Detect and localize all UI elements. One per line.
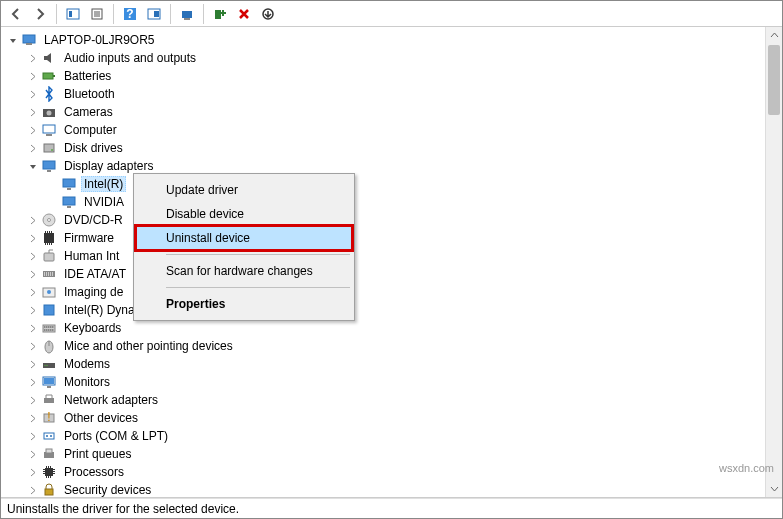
svg-point-65 — [44, 365, 45, 366]
tree-item-monitors[interactable]: Monitors — [7, 373, 765, 391]
uninstall-button[interactable] — [233, 3, 255, 25]
svg-rect-44 — [46, 272, 47, 276]
tree-item-dvd-cd-r[interactable]: DVD/CD-R — [7, 211, 765, 229]
chevron-right-icon[interactable] — [27, 322, 39, 334]
update-driver-button[interactable] — [257, 3, 279, 25]
tree-item-modems[interactable]: Modems — [7, 355, 765, 373]
menu-item-update-driver[interactable]: Update driver — [136, 178, 352, 202]
forward-button[interactable] — [29, 3, 51, 25]
tree-item-imaging-de[interactable]: Imaging de — [7, 283, 765, 301]
chevron-down-icon[interactable] — [27, 160, 39, 172]
scan-hardware-button[interactable] — [176, 3, 198, 25]
device-tree[interactable]: LAPTOP-0LJR9OR5Audio inputs and outputsB… — [1, 27, 765, 497]
svg-rect-40 — [51, 243, 52, 245]
tree-item-network-adapters[interactable]: Network adapters — [7, 391, 765, 409]
tree-item-ide-ata-at[interactable]: IDE ATA/AT — [7, 265, 765, 283]
tree-item-human-int[interactable]: Human Int — [7, 247, 765, 265]
scrollbar-thumb[interactable] — [768, 45, 780, 115]
svg-rect-58 — [46, 329, 48, 331]
svg-rect-85 — [43, 471, 45, 472]
chevron-right-icon[interactable] — [27, 124, 39, 136]
tree-item-computer[interactable]: Computer — [7, 121, 765, 139]
menu-item-scan-for-hardware-changes[interactable]: Scan for hardware changes — [136, 259, 352, 283]
tree-item-mice-and-other-pointing-devices[interactable]: Mice and other pointing devices — [7, 337, 765, 355]
svg-rect-54 — [48, 326, 50, 328]
menu-item-uninstall-device[interactable]: Uninstall device — [136, 226, 352, 250]
svg-rect-28 — [63, 197, 75, 205]
svg-rect-50 — [44, 305, 54, 315]
tree-item-processors[interactable]: Processors — [7, 463, 765, 481]
mouse-icon — [41, 338, 57, 354]
menu-item-label: Scan for hardware changes — [166, 264, 313, 278]
svg-point-75 — [50, 435, 52, 437]
properties-button[interactable] — [86, 3, 108, 25]
help-button[interactable]: ? — [119, 3, 141, 25]
tree-item-batteries[interactable]: Batteries — [7, 67, 765, 85]
tree-item-other-devices[interactable]: !Other devices — [7, 409, 765, 427]
chevron-right-icon[interactable] — [27, 88, 39, 100]
svg-rect-34 — [45, 243, 46, 245]
svg-rect-33 — [45, 231, 46, 233]
tree-item-label: Firmware — [61, 231, 117, 245]
tree-item-label: Network adapters — [61, 393, 161, 407]
chevron-right-icon[interactable] — [27, 250, 39, 262]
tree-item-cameras[interactable]: Cameras — [7, 103, 765, 121]
chevron-right-icon[interactable] — [27, 304, 39, 316]
tree-item-bluetooth[interactable]: Bluetooth — [7, 85, 765, 103]
tree-item-intel-r-dynamic-platform-and-thermal-framework[interactable]: Intel(R) Dynamic Platform and Thermal Fr… — [7, 301, 765, 319]
svg-rect-12 — [215, 10, 221, 19]
tree-item-nvidia[interactable]: NVIDIA — [7, 193, 765, 211]
chevron-right-icon[interactable] — [27, 358, 39, 370]
chevron-right-icon[interactable] — [27, 142, 39, 154]
tree-item-ports-com-lpt[interactable]: Ports (COM & LPT) — [7, 427, 765, 445]
svg-rect-0 — [67, 9, 79, 19]
svg-rect-20 — [43, 125, 55, 133]
chevron-right-icon[interactable] — [27, 448, 39, 460]
chevron-right-icon[interactable] — [27, 214, 39, 226]
tree-item-keyboards[interactable]: Keyboards — [7, 319, 765, 337]
tree-item-audio-inputs-and-outputs[interactable]: Audio inputs and outputs — [7, 49, 765, 67]
chevron-right-icon[interactable] — [27, 412, 39, 424]
tree-item-security-devices[interactable]: Security devices — [7, 481, 765, 497]
add-legacy-button[interactable] — [209, 3, 231, 25]
tree-item-label: Keyboards — [61, 321, 124, 335]
modem-icon — [41, 356, 57, 372]
display-icon — [61, 194, 77, 210]
menu-item-label: Disable device — [166, 207, 244, 221]
svg-rect-52 — [44, 326, 46, 328]
scroll-down-icon[interactable] — [766, 480, 782, 497]
chevron-right-icon[interactable] — [27, 232, 39, 244]
chevron-right-icon[interactable] — [27, 376, 39, 388]
view-button[interactable] — [143, 3, 165, 25]
chevron-right-icon[interactable] — [27, 484, 39, 496]
menu-separator — [166, 254, 350, 255]
tree-item-firmware[interactable]: Firmware — [7, 229, 765, 247]
network-icon — [41, 392, 57, 408]
tree-item-root[interactable]: LAPTOP-0LJR9OR5 — [7, 31, 765, 49]
chevron-right-icon[interactable] — [27, 340, 39, 352]
chevron-right-icon[interactable] — [27, 394, 39, 406]
menu-item-properties[interactable]: Properties — [136, 292, 352, 316]
chevron-right-icon[interactable] — [27, 286, 39, 298]
chevron-right-icon[interactable] — [27, 268, 39, 280]
vertical-scrollbar[interactable] — [765, 27, 782, 497]
svg-rect-55 — [50, 326, 52, 328]
tree-item-label: Intel(R) — [81, 176, 126, 192]
show-hidden-button[interactable] — [62, 3, 84, 25]
tree-item-display-adapters[interactable]: Display adapters — [7, 157, 765, 175]
chevron-right-icon[interactable] — [27, 466, 39, 478]
svg-rect-82 — [53, 469, 55, 470]
tree-item-disk-drives[interactable]: Disk drives — [7, 139, 765, 157]
chevron-down-icon[interactable] — [7, 34, 19, 46]
back-button[interactable] — [5, 3, 27, 25]
tree-item-print-queues[interactable]: Print queues — [7, 445, 765, 463]
svg-point-31 — [48, 219, 51, 222]
menu-item-disable-device[interactable]: Disable device — [136, 202, 352, 226]
chevron-right-icon[interactable] — [27, 430, 39, 442]
chevron-right-icon[interactable] — [27, 106, 39, 118]
scroll-up-icon[interactable] — [766, 27, 782, 44]
tree-item-intel-r-[interactable]: Intel(R) — [7, 175, 765, 193]
chevron-right-icon[interactable] — [27, 70, 39, 82]
chevron-right-icon[interactable] — [27, 52, 39, 64]
tree-item-label: Cameras — [61, 105, 116, 119]
